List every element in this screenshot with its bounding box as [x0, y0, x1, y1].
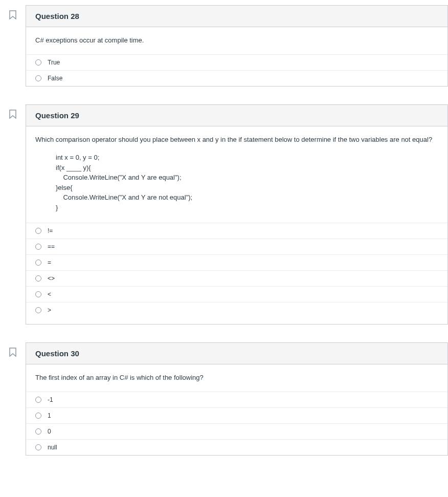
- answer-label: False: [48, 75, 62, 82]
- radio-icon: [35, 428, 41, 435]
- bookmark-column: [0, 5, 26, 87]
- bookmark-icon[interactable]: [9, 10, 16, 19]
- answer-list: != == = <> <: [26, 223, 447, 324]
- answer-option[interactable]: <>: [26, 271, 447, 287]
- radio-icon: [35, 260, 41, 266]
- answer-option[interactable]: 1: [26, 408, 447, 424]
- question-card: Question 30 The first index of an array …: [26, 342, 448, 456]
- code-block: int x = 0, y = 0; if(x ____ y){ Console.…: [56, 153, 438, 212]
- question-body: C# exceptions occur at compile time.: [26, 27, 447, 54]
- question-title: Question 28: [26, 6, 447, 27]
- answer-list: -1 1 0 null: [26, 392, 447, 455]
- answer-list: True False: [26, 54, 447, 86]
- answer-label: <: [48, 291, 51, 298]
- answer-label: >: [48, 307, 51, 314]
- answer-option[interactable]: 0: [26, 424, 447, 440]
- answer-label: <>: [48, 275, 55, 282]
- answer-option[interactable]: =: [26, 255, 447, 271]
- bookmark-column: [0, 342, 26, 456]
- radio-icon: [35, 275, 41, 282]
- radio-icon: [35, 59, 41, 66]
- radio-icon: [35, 397, 41, 403]
- bookmark-icon[interactable]: [9, 110, 16, 119]
- radio-icon: [35, 291, 41, 297]
- question-body: The first index of an array in C# is whi…: [26, 364, 447, 392]
- answer-label: null: [48, 444, 57, 451]
- question-card: Question 29 Which comparison operator sh…: [26, 104, 448, 325]
- answer-label: 1: [48, 412, 51, 419]
- quiz-page: Question 28 C# exceptions occur at compi…: [0, 0, 448, 484]
- radio-icon: [35, 307, 41, 313]
- question-block: Question 28 C# exceptions occur at compi…: [0, 5, 448, 87]
- answer-label: ==: [48, 243, 55, 250]
- question-block: Question 29 Which comparison operator sh…: [0, 104, 448, 325]
- answer-label: True: [48, 59, 60, 66]
- bookmark-icon[interactable]: [9, 348, 16, 357]
- radio-icon: [35, 244, 41, 250]
- answer-label: !=: [48, 227, 53, 234]
- answer-option[interactable]: -1: [26, 392, 447, 408]
- answer-option[interactable]: !=: [26, 223, 447, 239]
- radio-icon: [35, 413, 41, 419]
- question-block: Question 30 The first index of an array …: [0, 342, 448, 456]
- question-card: Question 28 C# exceptions occur at compi…: [26, 5, 448, 87]
- answer-label: =: [48, 259, 51, 266]
- answer-label: 0: [48, 428, 51, 435]
- question-prompt: The first index of an array in C# is whi…: [35, 374, 438, 381]
- question-prompt: C# exceptions occur at compile time.: [35, 36, 438, 44]
- answer-option[interactable]: True: [26, 55, 447, 71]
- radio-icon: [35, 75, 41, 81]
- answer-option[interactable]: False: [26, 71, 447, 86]
- question-prompt: Which comparison operator should you pla…: [35, 136, 438, 143]
- radio-icon: [35, 444, 41, 450]
- answer-option[interactable]: ==: [26, 239, 447, 255]
- answer-option[interactable]: null: [26, 440, 447, 455]
- question-title: Question 30: [26, 343, 447, 364]
- answer-option[interactable]: <: [26, 287, 447, 302]
- bookmark-column: [0, 104, 26, 325]
- question-body: Which comparison operator should you pla…: [26, 126, 447, 223]
- answer-label: -1: [48, 396, 53, 403]
- question-title: Question 29: [26, 105, 447, 126]
- answer-option[interactable]: >: [26, 302, 447, 318]
- radio-icon: [35, 228, 41, 234]
